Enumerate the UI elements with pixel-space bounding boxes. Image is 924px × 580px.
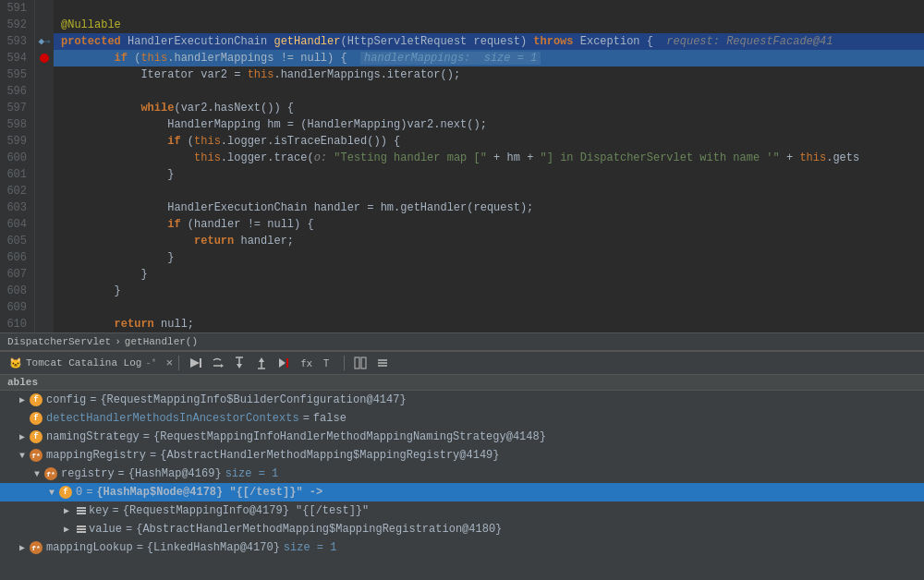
var-value-mappinglookup: {LinkedHashMap@4170} (147, 541, 280, 554)
var-value-config: {RequestMappingInfo$BuilderConfiguration… (100, 393, 406, 406)
variable-row-key[interactable]: key = {RequestMappingInfo@4179} "{[/test… (0, 501, 924, 520)
var-name-0: 0 (76, 486, 82, 499)
variable-row-naming[interactable]: f namingStrategy = {RequestMappingInfoHa… (0, 428, 924, 446)
toolbar-settings-button[interactable] (372, 354, 393, 372)
var-name-naming: namingStrategy (46, 430, 140, 443)
variable-row-mappinglookup[interactable]: f* mappingLookup = {LinkedHashMap@4170} … (0, 538, 924, 557)
var-value-mappingregistry: {AbstractHandlerMethodMapping$MappingReg… (160, 449, 499, 462)
field-icon-naming: f (30, 430, 43, 443)
code-line-594: 594 if (this.handlerMappings != null) { … (0, 50, 924, 66)
code-line-604: 604 if (handler != null) { (0, 216, 924, 233)
var-value-registry: {HashMap@4169} (128, 467, 222, 480)
code-line-595: 595 Iterator var2 = this.handlerMappings… (0, 66, 924, 83)
expand-arrow-mappinglookup[interactable] (15, 540, 30, 555)
svg-rect-23 (77, 528, 86, 530)
runtocursor-icon (277, 356, 290, 369)
toolbar-separator-1 (178, 356, 179, 370)
toolbar-resume-button[interactable] (185, 354, 205, 372)
code-line-603: 603 HandlerExecutionChain handler = hm.g… (0, 199, 924, 216)
panel-tab-label: Tomcat Catalina Log (26, 357, 141, 369)
var-value-value: {AbstractHandlerMethodMapping$MappingReg… (136, 523, 502, 536)
toolbar-stepover-button[interactable] (207, 354, 227, 372)
field-icon-detect: f (30, 412, 43, 425)
breadcrumb-class[interactable]: DispatcherServlet (7, 336, 111, 347)
breadcrumb: DispatcherServlet › getHandler() (0, 332, 924, 350)
variable-row-registry[interactable]: f* registry = {HashMap@4169} size = 1 (0, 465, 924, 483)
svg-text:T: T (323, 358, 329, 369)
field-icon-config: f (30, 393, 43, 406)
list-icon-value (74, 524, 89, 535)
settings-icon (376, 356, 389, 369)
svg-rect-14 (355, 357, 359, 369)
debug-indicator: ◆ (38, 33, 44, 50)
panel-tab-suffix: -* (145, 358, 156, 369)
code-line-606: 606 } (0, 249, 924, 266)
code-editor: 591 592 @Nullable 593 ◆ ⇒ protected Hand… (0, 0, 924, 332)
svg-rect-24 (77, 531, 86, 533)
code-line-610: 610 return null; (0, 316, 924, 332)
svg-rect-19 (77, 507, 86, 509)
panel-tab-catalina[interactable]: 🐱 Tomcat Catalina Log -* (4, 356, 162, 371)
code-line-601: 601 } (0, 166, 924, 183)
code-line-597: 597 while(var2.hasNext()) { (0, 100, 924, 116)
expand-arrow-config[interactable] (15, 393, 30, 407)
svg-marker-5 (237, 364, 242, 369)
svg-rect-15 (361, 357, 366, 369)
variables-panel[interactable]: f config = {RequestMappingInfo$BuilderCo… (0, 391, 924, 580)
code-line-596: 596 (0, 83, 924, 100)
code-line-598: 598 HandlerMapping hm = (HandlerMapping)… (0, 116, 924, 133)
toolbar-runtocursor-button[interactable] (274, 354, 294, 372)
panel-close-button[interactable]: × (165, 356, 173, 370)
toolbar-trace-button[interactable]: T (318, 354, 338, 372)
code-line-602: 602 (0, 183, 924, 199)
stepover-icon (211, 356, 224, 369)
panel-toolbar: 🐱 Tomcat Catalina Log -* × (0, 352, 924, 375)
variable-row-value[interactable]: value = {AbstractHandlerMethodMapping$Ma… (0, 520, 924, 538)
code-line-599: 599 if (this.logger.isTraceEnabled()) { (0, 133, 924, 150)
toolbar-separator-2 (344, 356, 345, 370)
expand-arrow-0[interactable] (44, 485, 59, 500)
debug-hint: handlerMappings: size = 1 (360, 52, 541, 65)
code-line-607: 607 } (0, 266, 924, 283)
toolbar-layout-button[interactable] (350, 354, 371, 372)
variable-row-config[interactable]: f config = {RequestMappingInfo$BuilderCo… (0, 391, 924, 409)
breakpoint-icon (40, 54, 49, 63)
expand-arrow-naming[interactable] (15, 429, 30, 444)
variable-row-detect[interactable]: f detectHandlerMethodsInAncestorContexts… (0, 409, 924, 428)
svg-text:fx: fx (300, 357, 312, 369)
expand-arrow-value[interactable] (59, 522, 74, 537)
list-icon-key (74, 505, 89, 516)
var-name-key: key (89, 504, 109, 517)
var-size-registry: size = 1 (225, 467, 279, 480)
expand-arrow-detect (15, 411, 30, 426)
expand-arrow-mappingregistry[interactable] (15, 448, 30, 463)
code-line-591: 591 (0, 0, 924, 17)
var-name-value: value (89, 523, 122, 536)
panel-tab-icon: 🐱 (9, 357, 22, 369)
toolbar-evaluate-button[interactable]: fx (296, 354, 316, 372)
variable-row-0[interactable]: f 0 = {HashMap$Node@4178} "{[/test]}" -> (0, 483, 924, 501)
var-name-config: config (46, 393, 86, 406)
code-line-609: 609 (0, 299, 924, 316)
var-value-0: {HashMap$Node@4178} "{[/test]}" -> (96, 486, 322, 499)
code-line-608: 608 } (0, 283, 924, 299)
stepout-icon (255, 356, 268, 369)
breadcrumb-method[interactable]: getHandler() (125, 336, 198, 347)
code-line-600: 600 this.logger.trace(o: "Testing handle… (0, 150, 924, 166)
field-icon-registry: f* (44, 467, 57, 480)
expand-arrow-key[interactable] (59, 503, 74, 518)
svg-rect-20 (77, 510, 86, 512)
svg-marker-3 (221, 364, 224, 368)
code-line-605: 605 return handler; (0, 233, 924, 249)
variable-row-mappingregistry[interactable]: f* mappingRegistry = {AbstractHandlerMet… (0, 446, 924, 465)
debug-arrow-icon: ⇒ (44, 33, 51, 50)
var-value-key: {RequestMappingInfo@4179} "{[/test]}" (123, 504, 369, 517)
toolbar-stepout-button[interactable] (251, 354, 272, 372)
toolbar-stepinto-button[interactable] (229, 354, 249, 372)
var-value-detect: false (313, 412, 346, 425)
svg-marker-0 (190, 358, 200, 368)
var-name-registry: registry (61, 467, 115, 480)
var-name-detect: detectHandlerMethodsInAncestorContexts (46, 412, 299, 425)
expand-arrow-registry[interactable] (30, 466, 44, 481)
svg-rect-1 (200, 358, 201, 368)
